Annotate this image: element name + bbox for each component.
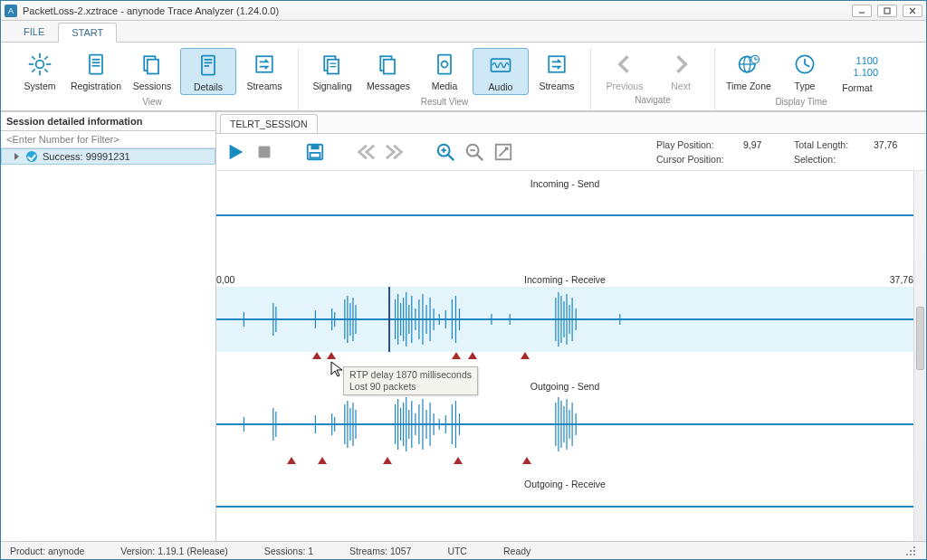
lane-incoming-send-title: Incoming - Send xyxy=(530,178,599,189)
details-label: Details xyxy=(194,81,223,92)
svg-line-52 xyxy=(477,155,483,160)
previous-button[interactable]: Previous xyxy=(597,48,653,93)
loss-marker[interactable] xyxy=(468,352,477,359)
format-top: 1100 xyxy=(856,55,878,67)
forward-button[interactable] xyxy=(385,142,405,162)
loss-marker[interactable] xyxy=(327,352,336,359)
maximize-button[interactable] xyxy=(877,5,897,17)
scrollbar-thumb[interactable] xyxy=(916,307,924,370)
waveform-viewer: Incoming - Send 0,00 Incoming - Receive … xyxy=(216,171,926,541)
top-tabstrip: FILE START xyxy=(1,21,926,43)
play-button[interactable] xyxy=(225,142,245,162)
zoom-in-button[interactable] xyxy=(435,142,455,162)
waveform-area[interactable]: Incoming - Send 0,00 Incoming - Receive … xyxy=(216,171,913,541)
status-version: Version: 1.19.1 (Release) xyxy=(120,546,227,556)
session-tab[interactable]: TELRT_SESSION xyxy=(220,114,318,133)
wave-outgoing-send xyxy=(216,392,913,457)
next-button[interactable]: Next xyxy=(653,48,709,93)
loss-marker[interactable] xyxy=(318,457,327,464)
media-icon xyxy=(432,52,457,79)
svg-rect-30 xyxy=(438,55,451,74)
ribbon-group-result: Signaling Messages Media Audio Streams xyxy=(299,48,591,110)
loss-marker[interactable] xyxy=(383,457,392,464)
titlebar: A PacketLoss-2.xztrace - anynode Trace A… xyxy=(1,1,926,21)
sessions-label: Sessions xyxy=(133,81,172,91)
session-tabstrip: TELRT_SESSION xyxy=(216,112,926,134)
status-streams: Streams: 1057 xyxy=(349,546,411,556)
svg-rect-23 xyxy=(256,56,272,72)
loss-marker[interactable] xyxy=(287,457,296,464)
zoom-fit-button[interactable] xyxy=(493,142,513,162)
tab-start[interactable]: START xyxy=(58,23,117,43)
svg-line-12 xyxy=(32,69,35,72)
audio-label: Audio xyxy=(489,81,513,92)
expand-icon[interactable] xyxy=(14,153,19,160)
signaling-button[interactable]: Signaling xyxy=(304,48,360,95)
svg-rect-33 xyxy=(549,56,565,72)
registration-button[interactable]: Registration xyxy=(68,48,124,95)
ribbon-group-display: Time Zone Type 1100 1.100 Format Display… xyxy=(715,48,887,110)
streams-button[interactable]: Streams xyxy=(236,48,292,95)
sessions-button[interactable]: Sessions xyxy=(124,48,180,95)
window-buttons xyxy=(852,5,922,17)
lane-outgoing-receive-title: Outgoing - Receive xyxy=(524,479,606,489)
total-length-value: 37,76 xyxy=(874,139,917,150)
svg-rect-43 xyxy=(259,147,271,158)
svg-point-4 xyxy=(36,61,44,69)
left-panel: Session detailed information <Enter Numb… xyxy=(1,112,216,541)
play-cursor[interactable] xyxy=(388,287,390,352)
chevron-right-icon xyxy=(668,52,693,79)
format-values: 1100 1.100 xyxy=(833,52,882,81)
filter-input[interactable]: <Enter Number for Filter> xyxy=(1,131,215,148)
zoom-out-button[interactable] xyxy=(464,142,484,162)
status-bar: Product: anynode Version: 1.19.1 (Releas… xyxy=(1,541,926,559)
resize-grip[interactable] xyxy=(904,545,917,557)
session-item[interactable]: Success: 99991231 xyxy=(1,148,215,165)
signaling-icon xyxy=(320,52,345,79)
streams2-button[interactable]: Streams xyxy=(529,48,585,95)
loss-marker[interactable] xyxy=(312,352,321,359)
display-group-label: Display Time xyxy=(775,97,827,107)
details-button[interactable]: Details xyxy=(180,48,236,95)
format-button[interactable]: 1100 1.100 Format xyxy=(833,48,882,95)
left-header: Session detailed information xyxy=(1,112,215,131)
ribbon-group-view: System Registration Sessions Details Str… xyxy=(6,48,299,110)
loss-marker[interactable] xyxy=(452,352,461,359)
app-window: A PacketLoss-2.xztrace - anynode Trace A… xyxy=(0,0,927,560)
next-label: Next xyxy=(671,81,691,91)
messages-label: Messages xyxy=(367,81,410,91)
app-icon: A xyxy=(5,5,17,17)
system-button[interactable]: System xyxy=(12,48,68,95)
loss-marker[interactable] xyxy=(521,352,530,359)
selection-label: Selection: xyxy=(794,154,866,165)
loss-marker[interactable] xyxy=(522,457,531,464)
loss-marker[interactable] xyxy=(454,457,463,464)
stop-button[interactable] xyxy=(254,142,274,162)
audio-icon xyxy=(488,52,513,80)
view-group-label: View xyxy=(142,97,162,107)
media-button[interactable]: Media xyxy=(416,48,473,95)
close-button[interactable] xyxy=(903,5,922,17)
clock-icon xyxy=(792,52,817,79)
signaling-label: Signaling xyxy=(312,81,351,91)
timezone-button[interactable]: Time Zone xyxy=(721,48,777,95)
document-icon xyxy=(83,52,109,79)
svg-point-31 xyxy=(442,62,448,68)
right-panel: TELRT_SESSION Play Position: 9,97 Total xyxy=(216,112,926,541)
svg-rect-45 xyxy=(311,145,319,150)
messages-button[interactable]: Messages xyxy=(360,48,416,95)
media-label: Media xyxy=(432,81,458,91)
tooltip-line2: Lost 90 packets xyxy=(349,381,472,393)
rewind-button[interactable] xyxy=(356,142,376,162)
gear-icon xyxy=(27,52,53,79)
audio-button[interactable]: Audio xyxy=(473,48,529,95)
vertical-scrollbar[interactable] xyxy=(913,171,926,541)
svg-line-48 xyxy=(448,155,454,160)
play-position-value: 9,97 xyxy=(743,139,787,150)
type-button[interactable]: Type xyxy=(777,48,833,95)
selection-value xyxy=(874,154,917,165)
result-group-label: Result View xyxy=(421,97,469,107)
tab-file[interactable]: FILE xyxy=(10,22,58,42)
minimize-button[interactable] xyxy=(852,5,872,17)
save-button[interactable] xyxy=(305,142,325,162)
